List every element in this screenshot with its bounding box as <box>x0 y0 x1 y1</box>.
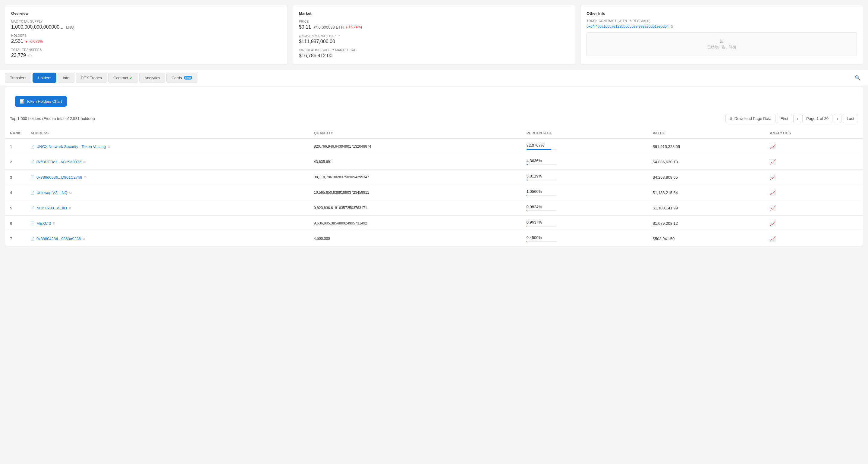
ad-text: 已移除广告。详情 <box>707 44 736 50</box>
value-cell: $4,886,630.13 <box>648 154 765 169</box>
quantity-cell: 10,565,650.838918803723459811 <box>309 185 521 200</box>
address-link[interactable]: UNCX Network Security : Token Vesting <box>36 144 106 149</box>
address-cell: 📄 Uniswap V2: LNQ ⧉ <box>26 185 309 200</box>
search-button[interactable]: 🔍 <box>852 72 863 83</box>
address-link[interactable]: 0x38604284...9869a9236 <box>36 237 81 241</box>
analytics-chart-icon[interactable]: 📈 <box>770 144 776 149</box>
holders-change: ▼ -0.079% <box>25 39 43 44</box>
prev-page-button[interactable]: ‹ <box>793 114 801 123</box>
other-info-title: Other Info <box>587 11 857 16</box>
quantity-cell: 9,823,836.618163572503763171 <box>309 200 521 216</box>
address-copy-icon[interactable]: ⧉ <box>83 237 85 241</box>
tab-analytics[interactable]: Analytics <box>139 72 165 83</box>
percentage-cell: 82.0767% <box>522 138 648 154</box>
tab-transfers[interactable]: Transfers <box>5 72 31 83</box>
token-holders-chart-button[interactable]: 📊 Token Holders Chart <box>15 96 67 107</box>
col-analytics: Analytics <box>765 128 863 138</box>
address-cell: 📄 0xff3DEDc1...AC29a0872 ⧉ <box>26 154 309 169</box>
tab-holders[interactable]: Holders <box>33 72 56 83</box>
address-copy-icon[interactable]: ⧉ <box>69 206 71 210</box>
top-holders-text: Top 1,000 holders (From a total of 2,531… <box>10 116 95 121</box>
table-row: 6 📄 MEXC 3 ⧉ 9,636,905.38548092499573149… <box>5 216 863 231</box>
quantity-cell: 43,635,691 <box>309 154 521 169</box>
address-doc-icon: 📄 <box>30 191 35 195</box>
address-link[interactable]: 0xff3DEDc1...AC29a0872 <box>36 160 82 164</box>
tab-contract[interactable]: Contract ✔ <box>108 72 138 83</box>
first-page-button[interactable]: First <box>777 114 792 123</box>
tabs-section: Transfers Holders Info DEX Trades Contra… <box>0 70 868 86</box>
pagination: ⬇ Download Page Data First ‹ Page 1 of 2… <box>725 114 858 123</box>
overview-card: Overview MAX TOTAL SUPPLY 1,000,000,000,… <box>5 5 288 65</box>
address-copy-icon[interactable]: ⧉ <box>53 221 55 225</box>
percentage-value: 1.0566% <box>527 189 643 194</box>
tab-dex-trades[interactable]: DEX Trades <box>76 72 107 83</box>
percentage-value: 4.3636% <box>527 158 643 163</box>
last-page-button[interactable]: Last <box>843 114 858 123</box>
rank-cell: 3 <box>5 169 26 185</box>
analytics-chart-icon[interactable]: 📈 <box>770 175 776 180</box>
percentage-value: 82.0767% <box>527 143 643 148</box>
address-cell: 📄 Null: 0x00...dEaD ⧉ <box>26 200 309 216</box>
address-link[interactable]: Null: 0x00...dEaD <box>36 206 67 210</box>
address-link[interactable]: Uniswap V2: LNQ <box>36 190 67 195</box>
col-value: Value <box>648 128 765 138</box>
address-doc-icon: 📄 <box>30 160 35 164</box>
top-cards-section: Overview MAX TOTAL SUPPLY 1,000,000,000,… <box>0 0 868 70</box>
value-cell: $1,183,215.54 <box>648 185 765 200</box>
contract-copy-icon[interactable]: ⧉ <box>671 24 673 29</box>
percentage-value: 3.8119% <box>527 174 643 178</box>
percentage-value: 0.9824% <box>527 205 643 209</box>
address-cell: 📄 0x786d0536...D901C27b8 ⧉ <box>26 169 309 185</box>
circ-supply-label: CIRCULATING SUPPLY MARKET CAP <box>299 49 569 52</box>
onchain-cap-help-icon[interactable]: ? <box>338 34 340 38</box>
download-icon: ⬇ <box>730 116 733 121</box>
percentage-cell: 3.8119% <box>522 169 648 185</box>
analytics-chart-icon[interactable]: 📈 <box>770 236 776 241</box>
tab-cards[interactable]: Cards New <box>166 72 197 83</box>
download-page-data-button[interactable]: ⬇ Download Page Data <box>725 114 775 123</box>
transfers-value: 23,779 ⓘ <box>11 53 281 58</box>
transfers-info-icon[interactable]: ⓘ <box>28 54 32 58</box>
price-change: (-15.74%) <box>346 25 362 29</box>
rank-cell: 6 <box>5 216 26 231</box>
address-doc-icon: 📄 <box>30 221 35 225</box>
eth-price: @ 0.000033 ETH <box>313 25 344 30</box>
address-copy-icon[interactable]: ⧉ <box>84 175 87 179</box>
contract-address-link[interactable]: 0xd4f4d0a10bcae123bb6655e8fe93a30d01eebd… <box>587 24 669 29</box>
onchain-cap-value: $111,987,000.00 <box>299 39 569 44</box>
percentage-bar-container <box>527 164 557 165</box>
address-copy-icon[interactable]: ⧉ <box>69 191 72 195</box>
transfers-label: TOTAL TRANSFERS <box>11 48 281 52</box>
percentage-cell: 4.3636% <box>522 154 648 169</box>
percentage-bar <box>527 164 528 165</box>
address-doc-icon: 📄 <box>30 206 35 210</box>
percentage-cell: 1.0566% <box>522 185 648 200</box>
holders-value: 2,531 ▼ -0.079% <box>11 38 281 44</box>
analytics-cell: 📈 <box>765 216 863 231</box>
ad-icon: 🖼 <box>720 39 724 43</box>
analytics-chart-icon[interactable]: 📈 <box>770 206 776 211</box>
value-cell: $91,915,228.05 <box>648 138 765 154</box>
next-page-button[interactable]: › <box>834 114 841 123</box>
onchain-cap-label: ONCHAIN MARKET CAP ? <box>299 34 569 38</box>
quantity-cell: 9,636,905.385480924995731492 <box>309 216 521 231</box>
address-copy-icon[interactable]: ⧉ <box>107 145 110 149</box>
address-link[interactable]: MEXC 3 <box>36 221 51 226</box>
percentage-bar-container <box>527 226 557 226</box>
percentage-value: 0.4500% <box>527 235 643 240</box>
address-doc-icon: 📄 <box>30 145 35 149</box>
price-label: PRICE <box>299 20 569 23</box>
tab-info[interactable]: Info <box>58 72 74 83</box>
rank-cell: 4 <box>5 185 26 200</box>
analytics-chart-icon[interactable]: 📈 <box>770 159 776 164</box>
percentage-bar-container <box>527 210 557 211</box>
address-doc-icon: 📄 <box>30 175 35 179</box>
market-title: Market <box>299 11 569 16</box>
analytics-cell: 📈 <box>765 200 863 216</box>
analytics-chart-icon[interactable]: 📈 <box>770 190 776 195</box>
analytics-cell: 📈 <box>765 138 863 154</box>
address-copy-icon[interactable]: ⧉ <box>83 160 86 164</box>
analytics-chart-icon[interactable]: 📈 <box>770 221 776 226</box>
address-link[interactable]: 0x786d0536...D901C27b8 <box>36 175 82 180</box>
chart-icon: 📊 <box>20 99 24 104</box>
